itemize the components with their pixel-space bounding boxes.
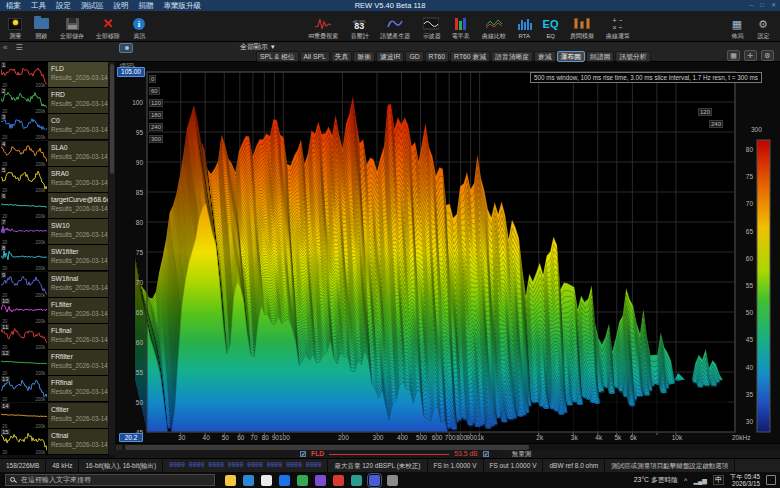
tab-頻譜圖[interactable]: 頻譜圖 — [586, 51, 614, 62]
measurement-item-FLfinal[interactable]: 1120200kFLfinalResults_2026-03-14_14-0 — [0, 324, 108, 350]
tab-濾波IR[interactable]: 濾波IR — [376, 51, 404, 62]
menu-item-1[interactable]: 檔案 — [6, 1, 21, 11]
toolbar-levels-button[interactable]: 電平表 — [446, 11, 476, 41]
gen-icon — [387, 15, 403, 32]
measurement-item-FRfinal[interactable]: 1320200kFRfinalResults_2026-03-14_14-0 — [0, 376, 108, 402]
taskbar-app-icon-2[interactable] — [243, 475, 254, 486]
toolbar-gear-button[interactable]: ⚙設定 — [750, 11, 776, 41]
measurement-item-SLA0[interactable]: 420200kSLA0Results_2026-03-14_14-0 — [0, 141, 108, 167]
tab-衰減[interactable]: 衰減 — [534, 51, 556, 62]
taskbar-app-icon-1[interactable] — [225, 475, 236, 486]
close-icon[interactable]: ✕ — [771, 0, 776, 11]
taskbar-app-icon-7[interactable] — [333, 475, 344, 486]
toolbar-eq-button[interactable]: EQEQ — [538, 11, 564, 41]
measurement-item-FLD[interactable]: 120200kFLDResults_2026-03-14_14-0 — [0, 62, 108, 88]
minimize-icon[interactable]: ─ — [749, 0, 753, 11]
measurement-item-FRD[interactable]: 220200kFRDResults_2026-03-14_14-0 — [0, 88, 108, 114]
graph-layout-button[interactable]: ▦ — [727, 50, 740, 61]
thumb-axis-min: 20 — [2, 345, 7, 350]
measurement-item-SW10[interactable]: 720200kSW10Results_2026-03-14_14-0 — [0, 219, 108, 245]
tab-GD[interactable]: GD — [405, 51, 423, 62]
taskbar-search-input[interactable]: 在這裡輸入文字來搜尋 — [5, 474, 215, 486]
measurement-name: FLD — [51, 64, 108, 73]
tab-語音清晰度[interactable]: 語音清晰度 — [491, 51, 533, 62]
tab-All-SPL[interactable]: All SPL — [300, 51, 330, 62]
menu-item-6[interactable]: 捐贈 — [139, 1, 154, 11]
toolbar-rta-button[interactable]: RTA — [512, 11, 538, 41]
taskbar-app-icon-9[interactable] — [369, 475, 380, 486]
menu-item-5[interactable]: 說明 — [114, 1, 129, 11]
menu-item-4[interactable]: 測試區 — [81, 1, 104, 11]
measurement-item-FRfilter[interactable]: 1220200kFRfilterResults_2026-03-14_14-0 — [0, 350, 108, 376]
taskbar-app-icon-10[interactable] — [387, 475, 398, 486]
taskbar-app-icon-3[interactable] — [261, 475, 272, 486]
tab-瀑布圖[interactable]: 瀑布圖 — [557, 51, 585, 62]
x-axis-tick-label: 6k — [626, 434, 640, 441]
tab-失真[interactable]: 失真 — [331, 51, 353, 62]
window-controls: ─□✕ — [749, 0, 776, 11]
maximize-icon[interactable]: □ — [760, 0, 764, 11]
tab-RT60[interactable]: RT60 — [425, 51, 450, 62]
menu-item-3[interactable]: 設定 — [56, 1, 71, 11]
toolbar-room-button[interactable]: 房間模擬 — [564, 11, 600, 41]
tab-SPL---相位[interactable]: SPL & 相位 — [256, 51, 299, 62]
y-axis-tick-label: 100 — [121, 99, 143, 106]
taskbar-app-icon-5[interactable] — [297, 475, 308, 486]
network-icon[interactable]: ▂▄▆ — [693, 477, 706, 484]
toolbar-info-button[interactable]: i資訊 — [126, 11, 152, 41]
tab-脈衝[interactable]: 脈衝 — [353, 51, 375, 62]
toolbar-spl-button[interactable]: dB SPL83音壓計 — [345, 11, 375, 41]
toolbar-label: IR重疊視窗 — [308, 32, 338, 39]
graph-settings-button[interactable]: ⚙ — [761, 50, 774, 61]
menu-item-2[interactable]: 工具 — [31, 1, 46, 11]
measurement-item-SW1final[interactable]: 920200kSW1finalResults_2026-03-14_14-0 — [0, 272, 108, 298]
clock[interactable]: 下午 05:45 2026/3/15 — [730, 473, 760, 487]
graph-cursor-button[interactable]: ✛ — [744, 50, 757, 61]
measurement-item-FLfilter[interactable]: 1020200kFLfilterResults_2026-03-14_14-0 — [0, 298, 108, 324]
tray-expand-icon[interactable]: ^ — [684, 477, 687, 484]
toolbar-ir-button[interactable]: IR重疊視窗 — [302, 11, 345, 41]
weather-widget[interactable]: 23°C 多雲時陰 — [634, 475, 678, 485]
tab-RT60-衰減[interactable]: RT60 衰減 — [450, 51, 490, 62]
notification-center-icon[interactable] — [766, 475, 776, 485]
toolbar-overlay-button[interactable]: 曲線比較 — [476, 11, 512, 41]
toolbar-save-button[interactable]: 全部儲存 — [54, 11, 90, 41]
legend-option-checkbox[interactable] — [483, 451, 489, 457]
toolbar-tools-group: IR重疊視窗dB SPL83音壓計訊號產生器示波器電平表曲線比較RTAEQEQ房… — [302, 11, 636, 41]
show-all-dropdown[interactable]: 全部顯示 ▾ — [240, 42, 275, 51]
measurement-item-SRA0[interactable]: 520200kSRA0Results_2026-03-14_14-0 — [0, 167, 108, 193]
measurement-item-C0[interactable]: 320200kC0Results_2026-03-14_14-0 — [0, 114, 108, 140]
measurement-name: Cfinal — [51, 431, 108, 440]
measurement-thumbnail: 620200k — [0, 193, 48, 219]
toolbar-scope-button[interactable]: 示波器 — [417, 11, 447, 41]
measurement-item-targetCurve@68.6dB[interactable]: 620200ktargetCurve@68.6dBResults_2026-03… — [0, 193, 108, 219]
time-axis-label-left: 300 — [149, 135, 163, 143]
graph-horizontal-scrollbar[interactable] — [115, 443, 780, 450]
toolbar-remove-button[interactable]: ✕全部移除 — [90, 11, 126, 41]
tab-訊號分析[interactable]: 訊號分析 — [615, 51, 650, 62]
measurement-subtitle: Results_2026-03-14_14-0 — [51, 361, 108, 370]
hamburger-menu-icon[interactable]: ☰ — [15, 44, 22, 52]
taskbar-app-icon-6[interactable] — [315, 475, 326, 486]
menu-bar: 檔案工具設定測試區說明捐贈專業版升級 — [0, 1, 201, 11]
menu-item-7[interactable]: 專業版升級 — [164, 1, 202, 11]
measurement-item-Cfilter[interactable]: 1420200kCfilterResults_2026-03-14_14-0 — [0, 403, 108, 429]
toolbar-arith-button[interactable]: + − × ÷曲線運算 — [600, 11, 636, 41]
measurement-item-SW1filter[interactable]: 820200kSW1filterResults_2026-03-14_14-0 — [0, 245, 108, 271]
thumb-axis-max: 200k — [36, 398, 46, 403]
toolbar-gen-button[interactable]: 訊號產生器 — [374, 11, 417, 41]
time-axis-label-right: 120 — [698, 108, 712, 116]
measurement-item-Cfinal[interactable]: 1520200kCfinalResults_2026-03-14_14-0 — [0, 429, 108, 455]
taskbar-app-icon-8[interactable] — [351, 475, 362, 486]
y-axis-top-value-box[interactable]: 105.00 — [117, 67, 145, 77]
toolbar-measure-button[interactable]: 測量 — [2, 11, 28, 41]
collapse-sidebar-icon[interactable]: « — [3, 44, 7, 52]
taskbar-app-icon-4[interactable] — [279, 475, 290, 486]
trace-visible-checkbox[interactable] — [300, 451, 306, 457]
toolbar-open-button[interactable]: 開啟 — [28, 11, 54, 41]
capture-graph-icon[interactable] — [119, 43, 133, 53]
toolbar-grid-button[interactable]: ▦佈局 — [724, 11, 750, 41]
ime-indicator[interactable]: 中 — [713, 475, 724, 485]
x-axis-start-value-box[interactable]: 20.2 — [119, 433, 143, 442]
waterfall-plot[interactable] — [115, 62, 780, 443]
